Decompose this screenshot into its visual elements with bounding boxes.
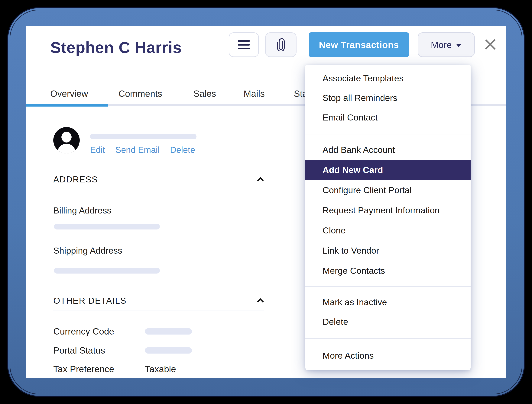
- menu-group: Mark as Inactive Delete: [305, 287, 471, 331]
- tax-preference-value: Taxable: [145, 364, 176, 374]
- menu-item-stop-all-reminders[interactable]: Stop all Reminders: [305, 88, 471, 107]
- address-section-header: ADDRESS: [53, 174, 264, 184]
- pane-divider: [269, 107, 269, 378]
- profile-action-links: Edit Send Email Delete: [90, 145, 195, 155]
- address-section-title: ADDRESS: [53, 174, 98, 184]
- screen-background: Stephen C Harris New Transactions More O: [0, 0, 532, 404]
- menu-item-more-actions[interactable]: More Actions: [305, 346, 471, 365]
- contact-name-title: Stephen C Harris: [50, 39, 182, 56]
- menu-item-add-new-card[interactable]: Add New Card: [305, 160, 471, 180]
- edit-link[interactable]: Edit: [90, 145, 105, 155]
- other-details-section-title: OTHER DETAILS: [53, 296, 126, 306]
- menu-item-request-payment-information[interactable]: Request Payment Information: [305, 200, 471, 220]
- link-separator: [165, 145, 165, 155]
- hamburger-icon: [238, 40, 250, 49]
- name-placeholder-bar: [90, 134, 197, 139]
- menu-item-clone[interactable]: Clone: [305, 220, 471, 240]
- menu-item-merge-contacts[interactable]: Merge Contacts: [305, 260, 471, 281]
- tab-overview[interactable]: Overview: [50, 88, 88, 99]
- tax-preference-label: Tax Preference: [53, 364, 114, 374]
- tab-mails[interactable]: Mails: [244, 88, 265, 99]
- currency-code-placeholder-bar: [145, 328, 192, 335]
- chevron-up-icon[interactable]: [256, 298, 264, 303]
- billing-address-label: Billing Address: [53, 205, 111, 215]
- tab-sales[interactable]: Sales: [193, 88, 216, 99]
- portal-status-placeholder-bar: [145, 347, 192, 354]
- section-divider: [53, 192, 264, 192]
- send-email-link[interactable]: Send Email: [115, 145, 160, 155]
- menu-item-email-contact[interactable]: Email Contact: [305, 107, 471, 127]
- menu-item-configure-client-portal[interactable]: Configure Client Portal: [305, 180, 471, 200]
- avatar-person-icon: [61, 132, 72, 143]
- menu-group: Add Bank Account Add New Card Configure …: [305, 134, 471, 281]
- shipping-address-placeholder-bar: [54, 268, 160, 273]
- link-separator: [110, 145, 110, 155]
- paperclip-icon: [276, 38, 285, 51]
- hamburger-menu-button[interactable]: [229, 32, 259, 57]
- close-button[interactable]: [482, 37, 499, 53]
- more-dropdown-menu: Associate Templates Stop all Reminders E…: [305, 65, 471, 370]
- avatar: [53, 127, 80, 153]
- other-details-section-header: OTHER DETAILS: [53, 296, 264, 306]
- shipping-address-label: Shipping Address: [53, 245, 122, 256]
- active-tab-indicator: [26, 104, 108, 107]
- more-button[interactable]: More: [418, 32, 475, 57]
- menu-item-add-bank-account[interactable]: Add Bank Account: [305, 140, 471, 160]
- menu-item-mark-as-inactive[interactable]: Mark as Inactive: [305, 292, 471, 312]
- delete-link[interactable]: Delete: [170, 145, 195, 155]
- attachment-button[interactable]: [265, 32, 296, 57]
- section-divider: [53, 310, 264, 310]
- tab-comments[interactable]: Comments: [118, 88, 162, 99]
- currency-code-label: Currency Code: [53, 326, 114, 337]
- close-icon: [483, 37, 498, 53]
- chevron-up-icon[interactable]: [256, 177, 264, 182]
- contact-detail-card: Stephen C Harris New Transactions More O: [26, 26, 506, 378]
- menu-item-link-to-vendor[interactable]: Link to Vendor: [305, 240, 471, 260]
- new-transactions-button[interactable]: New Transactions: [309, 32, 409, 57]
- menu-group: Associate Templates Stop all Reminders E…: [305, 65, 471, 127]
- billing-address-placeholder-bar: [54, 224, 160, 229]
- more-button-label: More: [431, 39, 452, 50]
- chevron-down-icon: [456, 44, 461, 47]
- menu-item-associate-templates[interactable]: Associate Templates: [305, 68, 471, 88]
- menu-group: More Actions: [305, 339, 471, 370]
- portal-status-label: Portal Status: [53, 345, 105, 356]
- menu-item-delete[interactable]: Delete: [305, 312, 471, 331]
